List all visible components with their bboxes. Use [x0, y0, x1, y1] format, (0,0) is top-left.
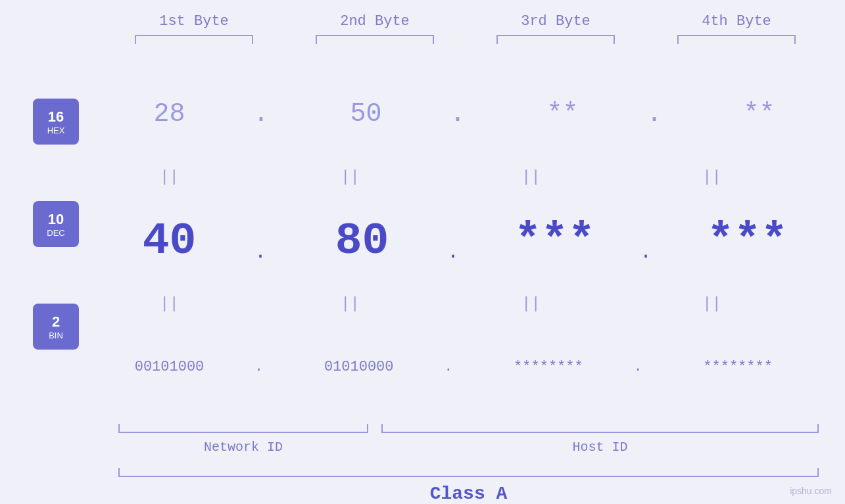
network-bracket — [118, 424, 368, 433]
dec-dot1: . — [254, 241, 266, 263]
hex-b2: 50 — [350, 99, 382, 129]
dec-badge: 10 DEC — [33, 201, 79, 247]
dec-b2-cell: 80 — [272, 216, 452, 266]
bracket-line-4 — [677, 35, 796, 44]
bin-b2-cell: 01010000 — [268, 359, 449, 375]
hex-row: 28 . 50 . ** . ** — [79, 64, 845, 164]
class-bracket — [118, 468, 819, 477]
class-label: Class A — [430, 484, 508, 504]
bottom-labels: Network ID Host ID — [118, 440, 819, 455]
bin-b2: 01010000 — [324, 359, 394, 375]
bin-b1: 00101000 — [135, 359, 205, 375]
eq2-b1: || — [79, 295, 260, 313]
byte-headers-row: 1st Byte 2nd Byte 3rd Byte 4th Byte — [0, 13, 845, 30]
bracket-3 — [466, 35, 646, 44]
bottom-section: Network ID Host ID Class A — [0, 424, 845, 504]
dec-b1-cell: 40 — [79, 216, 260, 266]
dec-b4: *** — [707, 216, 787, 266]
dec-b2: 80 — [335, 216, 389, 266]
bin-badge-num: 2 — [52, 313, 60, 331]
byte1-header: 1st Byte — [104, 13, 285, 30]
hex-badge: 16 HEX — [33, 99, 79, 145]
byte2-header: 2nd Byte — [285, 13, 466, 30]
equals-row-1: || || || || — [79, 164, 845, 191]
dec-dot2: . — [447, 241, 459, 263]
bracket-line-2 — [316, 35, 434, 44]
hex-b4: ** — [744, 99, 775, 129]
bytes-grid: 28 . 50 . ** . ** || || || || — [79, 64, 845, 417]
bin-badge: 2 BIN — [33, 304, 79, 350]
hex-b4-cell: ** — [669, 99, 845, 129]
main-container: 1st Byte 2nd Byte 3rd Byte 4th Byte 16 H… — [0, 0, 845, 504]
dec-b3: *** — [514, 216, 594, 266]
hex-b3-cell: ** — [472, 99, 653, 129]
class-bracket-row — [118, 468, 819, 477]
bracket-line-1 — [135, 35, 253, 44]
eq1-b1: || — [79, 168, 260, 186]
eq1-b3: || — [441, 168, 621, 186]
hex-b1-cell: 28 — [79, 99, 260, 129]
bottom-brackets — [118, 424, 819, 433]
host-id-label: Host ID — [381, 440, 819, 455]
equals-row-2: || || || || — [79, 290, 845, 317]
host-bracket — [381, 424, 819, 433]
network-id-label: Network ID — [118, 440, 368, 455]
bracket-1 — [104, 35, 285, 44]
bin-b3-cell: ******** — [458, 359, 639, 375]
eq2-b3: || — [441, 295, 621, 313]
content-area: 16 HEX 10 DEC 2 BIN 28 . 50 — [0, 64, 845, 417]
hex-badge-label: HEX — [47, 126, 65, 135]
bracket-4 — [646, 35, 827, 44]
bin-row: 00101000 . 01010000 . ******** . *******… — [79, 317, 845, 417]
bin-b4: ******** — [703, 359, 773, 375]
dec-b1: 40 — [143, 216, 197, 266]
bin-badge-label: BIN — [49, 331, 63, 340]
dec-b4-cell: *** — [657, 216, 838, 266]
hex-badge-num: 16 — [48, 108, 64, 126]
bracket-2 — [285, 35, 466, 44]
badges-column: 16 HEX 10 DEC 2 BIN — [33, 64, 79, 417]
dec-row: 40 . 80 . *** . *** — [79, 191, 845, 291]
watermark: ipshu.com — [790, 486, 832, 496]
eq1-b2: || — [260, 168, 441, 186]
hex-b1: 28 — [153, 99, 185, 129]
hex-b3: ** — [547, 99, 579, 129]
eq2-b4: || — [621, 295, 802, 313]
bin-b3: ******** — [514, 359, 583, 375]
eq1-b4: || — [621, 168, 802, 186]
bracket-line-3 — [496, 35, 615, 44]
dec-dot3: . — [640, 241, 652, 263]
dec-b3-cell: *** — [464, 216, 645, 266]
byte3-header: 3rd Byte — [466, 13, 646, 30]
dec-badge-num: 10 — [48, 211, 64, 228]
hex-b2-cell: 50 — [276, 99, 456, 129]
top-bracket-row — [0, 35, 845, 44]
byte4-header: 4th Byte — [646, 13, 827, 30]
class-label-row: Class A — [118, 484, 819, 504]
bin-b1-cell: 00101000 — [79, 359, 260, 375]
bin-b4-cell: ******** — [648, 359, 829, 375]
eq2-b2: || — [260, 295, 441, 313]
dec-badge-label: DEC — [47, 228, 64, 238]
